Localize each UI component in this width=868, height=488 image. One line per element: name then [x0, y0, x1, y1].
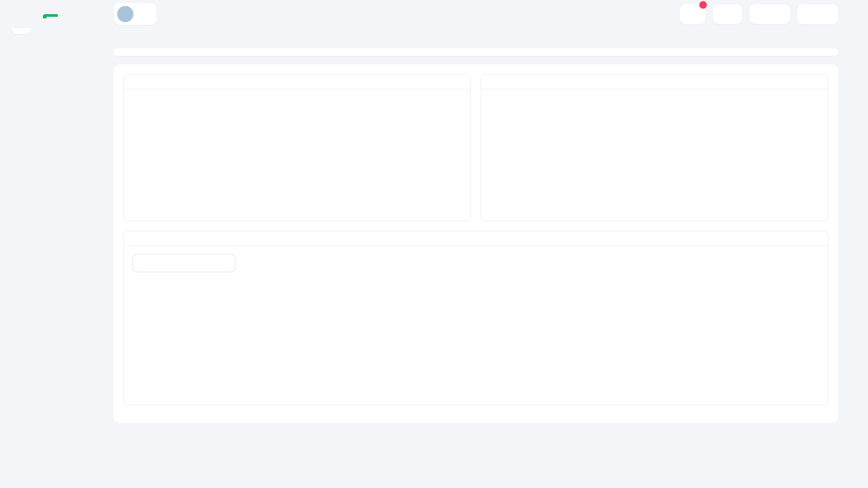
monthly-card-title — [124, 232, 828, 246]
sources-conversion-card — [481, 74, 828, 221]
week-leads-chart-body — [124, 89, 470, 219]
messages-badge — [698, 0, 708, 10]
sources-chart-body — [481, 89, 828, 221]
logo-accent-bar — [44, 14, 58, 17]
current-workspace-pill[interactable] — [114, 3, 156, 25]
sidebar — [0, 28, 101, 488]
create-workspace-button[interactable] — [713, 4, 742, 24]
chevron-down-icon — [222, 260, 228, 266]
week-leads-pie-chart — [133, 96, 237, 199]
workspace-switcher-button[interactable] — [750, 4, 790, 24]
globe-icon — [805, 9, 815, 20]
chat-icon — [687, 9, 698, 20]
sources-card-title — [481, 75, 828, 89]
building-icon — [121, 10, 130, 19]
chevron-down-icon — [143, 11, 150, 17]
chevron-down-icon — [776, 11, 782, 17]
charts-row — [123, 74, 828, 221]
select-month-dropdown[interactable] — [132, 254, 235, 272]
sidebar-nav — [0, 34, 101, 43]
week-leads-card — [123, 74, 471, 221]
sources-bar-chart — [481, 89, 811, 219]
top-header — [0, 0, 868, 28]
plus-circle-icon — [720, 9, 730, 19]
week-leads-card-title — [124, 75, 470, 89]
language-selector[interactable] — [797, 4, 838, 24]
grid-icon — [757, 9, 767, 19]
sidebar-item-partial — [12, 28, 31, 34]
chevron-down-icon — [824, 11, 831, 17]
workspace-avatar — [117, 6, 133, 22]
monthly-card-body — [124, 246, 828, 404]
report-tabs — [113, 48, 838, 56]
messages-button[interactable] — [680, 4, 705, 24]
main-content — [101, 0, 838, 423]
app-logo[interactable] — [0, 10, 101, 18]
header-actions — [680, 4, 838, 24]
monthly-card — [123, 231, 828, 405]
report-panel — [113, 65, 838, 423]
monthly-bar-chart — [132, 275, 819, 400]
